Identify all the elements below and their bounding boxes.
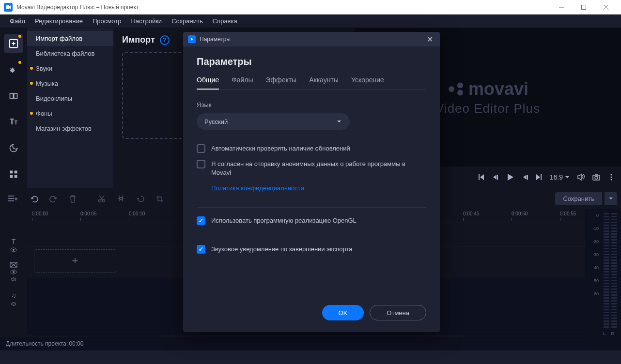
sidebar-item-videoclips[interactable]: Видеоклипы: [27, 91, 113, 106]
frame-fwd-button[interactable]: [522, 174, 528, 181]
ok-button[interactable]: OK: [322, 305, 364, 320]
save-dropdown[interactable]: [605, 192, 617, 205]
tool-sidebar: TT: [0, 28, 27, 188]
menu-edit[interactable]: Редактирование: [30, 15, 88, 27]
language-select[interactable]: Русский: [197, 113, 350, 130]
status-bar: Длительность проекта: 00:00: [0, 337, 621, 350]
privacy-link[interactable]: Политика конфиденциальности: [211, 184, 426, 192]
check-updates[interactable]: [197, 144, 205, 153]
close-button[interactable]: [595, 0, 617, 15]
dialog-heading: Параметры: [197, 56, 426, 67]
cut-button[interactable]: [93, 192, 110, 206]
cancel-button[interactable]: Отмена: [370, 305, 426, 320]
tab-effects[interactable]: Эффекты: [266, 76, 297, 89]
divider: [197, 236, 426, 236]
check-opengl-label: Использовать программную реализацию Open…: [211, 216, 357, 225]
menu-file[interactable]: Файл: [5, 15, 30, 27]
side-panel: Импорт файлов Библиотека файлов Звуки Му…: [27, 28, 113, 188]
dialog-tabs: Общие Файлы Эффекты Аккаунты Ускорение: [197, 76, 426, 90]
app-logo-icon: [4, 3, 13, 12]
snapshot-button[interactable]: [592, 173, 601, 182]
tab-accel[interactable]: Ускорение: [351, 76, 384, 89]
play-button[interactable]: [505, 172, 515, 182]
svg-point-10: [457, 90, 463, 95]
audio-meters: 0-10-20 -30-40-50 -60 LR: [585, 209, 621, 337]
dialog-close-button[interactable]: ✕: [425, 34, 435, 45]
chevron-down-icon: [336, 119, 342, 124]
sidebar-item-store[interactable]: Магазин эффектов: [27, 121, 113, 136]
volume-button[interactable]: [576, 173, 585, 182]
track-audio-header[interactable]: ♫: [0, 288, 27, 311]
svg-point-13: [611, 174, 612, 176]
tool-import[interactable]: [4, 34, 23, 53]
svg-point-9: [457, 82, 463, 88]
add-clip-button[interactable]: +: [34, 249, 116, 273]
tab-general[interactable]: Общие: [197, 76, 219, 90]
menu-view[interactable]: Просмотр: [88, 15, 126, 27]
track-headers: T ♫: [0, 209, 27, 337]
brand-logo: movavi: [447, 79, 528, 99]
dialog-titlebar[interactable]: Параметры ✕: [183, 32, 440, 46]
tool-stickers[interactable]: [4, 138, 23, 158]
skip-back-button[interactable]: [477, 173, 485, 181]
delete-button[interactable]: [64, 192, 81, 206]
track-text-header[interactable]: T: [0, 233, 27, 257]
skip-fwd-button[interactable]: [535, 173, 543, 181]
redo-button[interactable]: [45, 192, 62, 206]
dialog-logo-icon: [188, 35, 196, 43]
maximize-button[interactable]: [573, 0, 595, 15]
check-anonymous-label: Я согласен на отправку анонимных данных …: [211, 160, 426, 177]
svg-point-15: [611, 179, 612, 181]
save-button[interactable]: Сохранить: [555, 192, 602, 205]
divider: [197, 207, 426, 208]
aspect-ratio-select[interactable]: 16:9: [550, 173, 570, 181]
frame-back-button[interactable]: [492, 174, 498, 181]
svg-rect-2: [10, 93, 14, 98]
tool-more[interactable]: [4, 165, 23, 184]
svg-rect-0: [582, 5, 586, 9]
svg-point-22: [13, 271, 15, 273]
content-title: Импорт: [122, 35, 155, 45]
rotate-button[interactable]: [132, 192, 149, 206]
brand-subtitle: Video Editor Plus: [435, 101, 540, 116]
more-button[interactable]: [607, 173, 615, 181]
duration-value: 00:00: [69, 340, 83, 347]
menu-settings[interactable]: Настройки: [126, 15, 167, 27]
tool-titles[interactable]: TT: [4, 112, 23, 132]
check-anonymous[interactable]: [197, 160, 205, 168]
check-sound[interactable]: [197, 245, 205, 254]
tool-transitions[interactable]: [4, 86, 23, 106]
window-title: Movavi Видеоредактор Плюс – Новый проект: [16, 4, 550, 11]
split-button[interactable]: [112, 192, 130, 206]
svg-rect-4: [10, 171, 13, 174]
undo-button[interactable]: [25, 192, 43, 206]
menu-save[interactable]: Сохранить: [167, 15, 208, 27]
tool-filters[interactable]: [4, 60, 23, 79]
tab-accounts[interactable]: Аккаунты: [309, 76, 339, 89]
svg-rect-6: [10, 175, 13, 178]
sidebar-item-backgrounds[interactable]: Фоны: [27, 106, 113, 121]
svg-point-17: [103, 199, 105, 202]
check-updates-label: Автоматически проверять наличие обновлен…: [211, 144, 350, 153]
menu-help[interactable]: Справка: [208, 15, 242, 27]
check-sound-label: Звуковое уведомление по завершении экспо…: [211, 245, 352, 254]
sidebar-item-music[interactable]: Музыка: [27, 76, 113, 91]
notify-dot-icon: [18, 35, 21, 38]
check-opengl[interactable]: [197, 216, 205, 225]
notify-dot-icon: [18, 61, 21, 64]
track-video-header[interactable]: [0, 257, 27, 288]
duration-label: Длительность проекта:: [6, 340, 68, 347]
svg-point-8: [449, 86, 454, 92]
tab-files[interactable]: Файлы: [232, 76, 253, 89]
help-icon[interactable]: ?: [160, 35, 170, 45]
sidebar-item-library[interactable]: Библиотека файлов: [27, 46, 113, 61]
menu-bar: Файл Редактирование Просмотр Настройки С…: [0, 15, 621, 28]
svg-point-19: [13, 249, 15, 251]
svg-point-16: [99, 199, 101, 202]
sidebar-item-import[interactable]: Импорт файлов: [27, 31, 113, 46]
crop-button[interactable]: [151, 192, 169, 206]
language-label: Язык: [197, 101, 426, 108]
minimize-button[interactable]: [550, 0, 573, 15]
sidebar-item-sounds[interactable]: Звуки: [27, 61, 113, 76]
track-add-button[interactable]: [4, 192, 21, 206]
